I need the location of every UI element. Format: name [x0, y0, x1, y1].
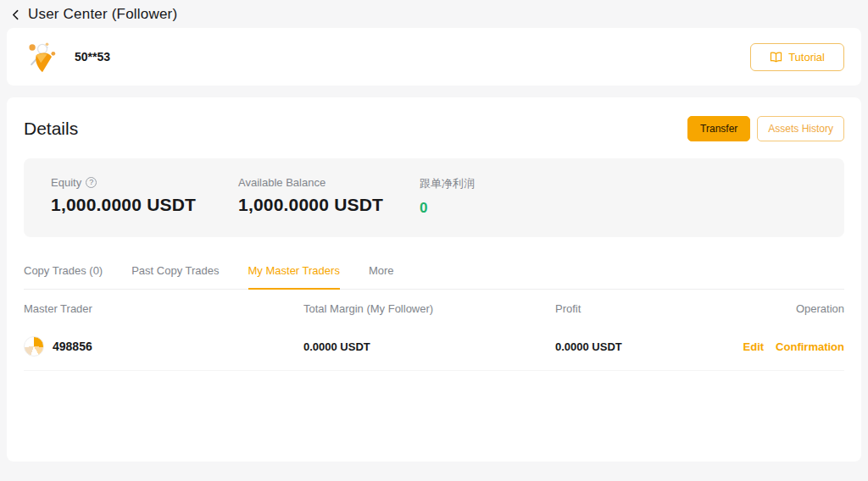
copy-net-profit-label: 跟单净利润 [420, 176, 475, 191]
confirmation-link[interactable]: Confirmation [776, 340, 844, 353]
available-balance-value: 1,000.0000 USDT [238, 195, 420, 215]
table-header-row: Master Trader Total Margin (My Follower)… [24, 290, 844, 323]
trader-cell: 498856 [24, 336, 303, 357]
edit-link[interactable]: Edit [743, 340, 765, 353]
details-buttons: Transfer Assets History [687, 116, 844, 141]
profit-value: 0.0000 USDT [555, 340, 683, 353]
username: 50**53 [75, 50, 110, 64]
question-circle-icon[interactable]: ? [86, 177, 97, 188]
col-profit: Profit [555, 302, 683, 315]
details-header: Details Transfer Assets History [24, 116, 844, 141]
equity-value: 1,000.0000 USDT [51, 195, 238, 215]
stat-equity: Equity ? 1,000.0000 USDT [51, 176, 238, 217]
transfer-button[interactable]: Transfer [687, 116, 750, 141]
details-title: Details [24, 119, 78, 139]
trader-avatar [24, 336, 44, 357]
operation-cell: Edit Confirmation [683, 340, 844, 353]
tab-copy-trades[interactable]: Copy Trades (0) [24, 261, 103, 290]
tab-past-copy-trades[interactable]: Past Copy Trades [131, 261, 219, 290]
available-balance-label: Available Balance [238, 176, 326, 189]
details-card: Details Transfer Assets History Equity ?… [7, 97, 861, 462]
stat-copy-net-profit: 跟单净利润 0 [420, 176, 475, 217]
master-traders-table: Master Trader Total Margin (My Follower)… [24, 290, 844, 371]
tab-my-master-traders[interactable]: My Master Traders [248, 261, 340, 290]
tab-more[interactable]: More [369, 261, 394, 290]
assets-history-button[interactable]: Assets History [757, 116, 844, 141]
col-master-trader: Master Trader [24, 302, 303, 315]
back-chevron-icon[interactable] [10, 9, 21, 20]
stats-panel: Equity ? 1,000.0000 USDT Available Balan… [24, 158, 844, 237]
equity-label: Equity [51, 176, 81, 189]
book-icon [770, 52, 782, 63]
trader-name: 498856 [53, 340, 92, 353]
col-total-margin: Total Margin (My Follower) [303, 302, 555, 315]
total-margin-value: 0.0000 USDT [303, 340, 555, 353]
col-operation: Operation [683, 302, 844, 315]
tab-bar: Copy Trades (0) Past Copy Trades My Mast… [24, 261, 844, 290]
tutorial-button-label: Tutorial [788, 51, 825, 64]
profile-card: 50**53 Tutorial [7, 28, 861, 86]
page-title: User Center (Follower) [28, 6, 177, 23]
page-header: User Center (Follower) [0, 0, 868, 28]
stat-available-balance: Available Balance 1,000.0000 USDT [238, 176, 420, 217]
table-row: 498856 0.0000 USDT 0.0000 USDT Edit Conf… [24, 323, 844, 371]
tutorial-button[interactable]: Tutorial [750, 43, 844, 71]
copy-net-profit-value: 0 [420, 200, 475, 217]
avatar [24, 38, 61, 75]
